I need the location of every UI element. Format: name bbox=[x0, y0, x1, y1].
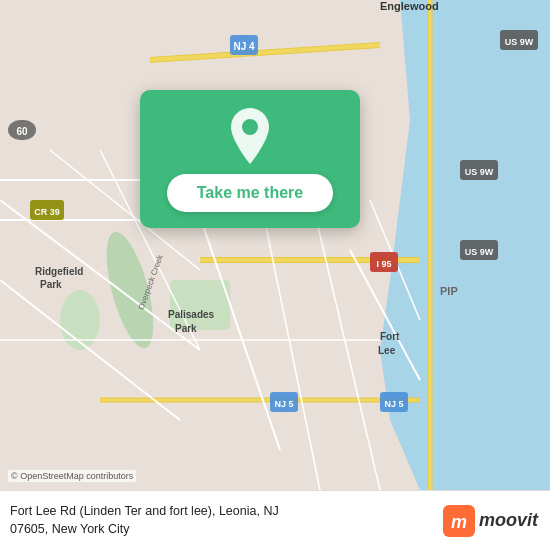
map-container: NJ 4 NJ 4 US 9W US 9W US 9W I 95 NJ 5 NJ… bbox=[0, 0, 550, 490]
svg-text:Park: Park bbox=[175, 323, 197, 334]
moovit-logo: m moovit bbox=[443, 505, 538, 537]
moovit-logo-icon: m bbox=[443, 505, 475, 537]
svg-text:Park: Park bbox=[40, 279, 62, 290]
svg-text:CR 39: CR 39 bbox=[34, 207, 60, 217]
svg-text:NJ 5: NJ 5 bbox=[384, 399, 403, 409]
svg-text:US 9W: US 9W bbox=[505, 37, 534, 47]
svg-text:m: m bbox=[451, 512, 467, 532]
svg-text:60: 60 bbox=[16, 126, 28, 137]
svg-text:NJ 5: NJ 5 bbox=[274, 399, 293, 409]
footer-bar: Fort Lee Rd (Linden Ter and fort lee), L… bbox=[0, 490, 550, 550]
svg-text:Palisades: Palisades bbox=[168, 309, 215, 320]
location-popup: Take me there bbox=[140, 90, 360, 228]
svg-text:NJ 4: NJ 4 bbox=[233, 41, 255, 52]
svg-text:I 95: I 95 bbox=[376, 259, 391, 269]
svg-text:US 9W: US 9W bbox=[465, 167, 494, 177]
map-pin-icon bbox=[226, 108, 274, 164]
svg-text:Lee: Lee bbox=[378, 345, 396, 356]
svg-text:PIP: PIP bbox=[440, 285, 458, 297]
svg-text:Englewood: Englewood bbox=[380, 0, 439, 12]
moovit-brand-text: moovit bbox=[479, 510, 538, 531]
svg-text:Fort: Fort bbox=[380, 331, 400, 342]
svg-text:Ridgefield: Ridgefield bbox=[35, 266, 83, 277]
take-me-there-button[interactable]: Take me there bbox=[167, 174, 333, 212]
svg-text:US 9W: US 9W bbox=[465, 247, 494, 257]
location-address: Fort Lee Rd (Linden Ter and fort lee), L… bbox=[10, 503, 433, 538]
map-background: NJ 4 NJ 4 US 9W US 9W US 9W I 95 NJ 5 NJ… bbox=[0, 0, 550, 490]
svg-point-55 bbox=[242, 119, 258, 135]
osm-attribution: © OpenStreetMap contributors bbox=[8, 470, 136, 482]
